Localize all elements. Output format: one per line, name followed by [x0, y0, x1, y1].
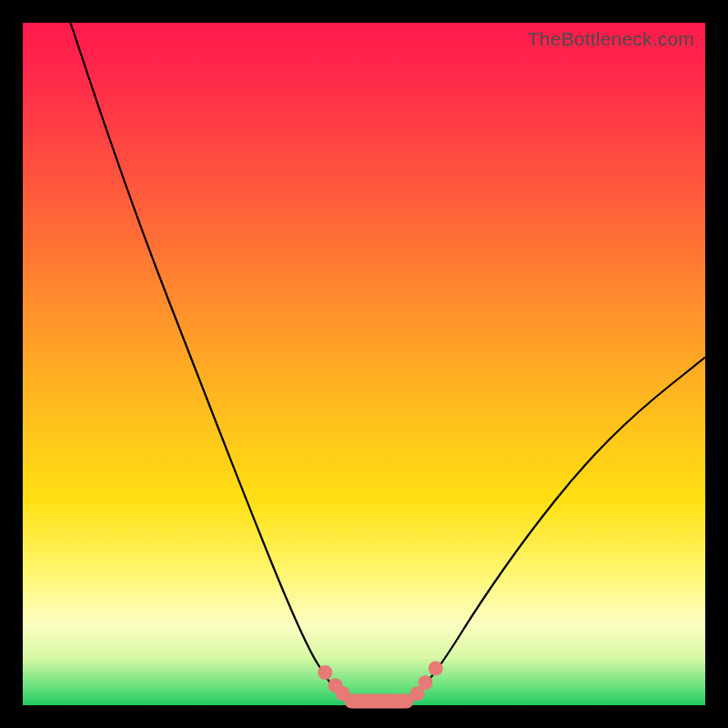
series-left-curve	[71, 23, 365, 702]
series-right-curve	[399, 358, 706, 703]
marker-capsule-3	[345, 694, 414, 709]
marker-dot-6	[429, 662, 443, 676]
markers-group	[318, 662, 443, 709]
curves-group	[71, 23, 706, 702]
marker-dot-5	[419, 675, 433, 690]
plot-area: TheBottleneck.com	[23, 23, 705, 705]
curve-layer	[23, 23, 705, 705]
chart-frame: TheBottleneck.com	[0, 0, 728, 728]
marker-dot-0	[318, 665, 332, 680]
